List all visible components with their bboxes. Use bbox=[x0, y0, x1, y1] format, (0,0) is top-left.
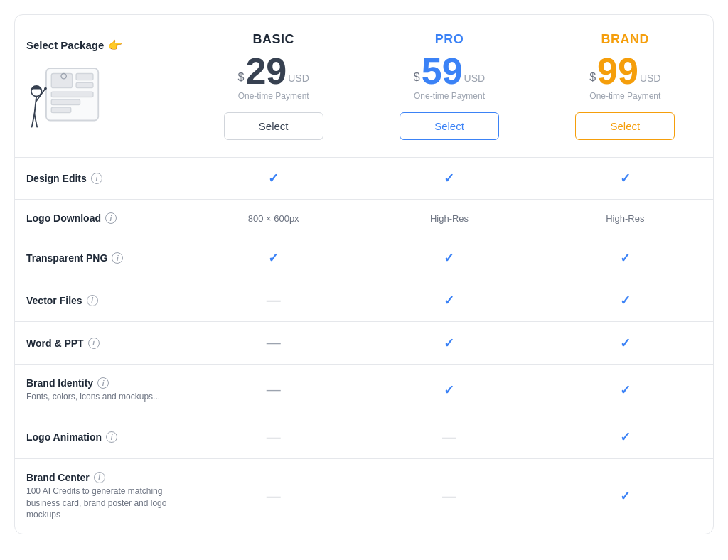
price-dollar-pro: $ bbox=[414, 71, 420, 84]
feature-basic-cell-4: — bbox=[186, 322, 361, 365]
dash-icon-pro-7: — bbox=[442, 488, 456, 505]
feature-pro-cell-4: ✓ bbox=[361, 322, 537, 365]
feature-label-7: Brand Center bbox=[26, 472, 90, 483]
feature-label-1: Logo Download bbox=[26, 212, 101, 224]
feature-brand-cell-6: ✓ bbox=[537, 416, 713, 459]
feature-cell-4: Word & PPTi bbox=[15, 322, 186, 365]
dash-icon-basic-4: — bbox=[267, 335, 281, 351]
feature-label-4: Word & PPT bbox=[26, 338, 84, 349]
feature-cell-7: Brand Centeri100 AI Credits to generate … bbox=[15, 459, 186, 534]
price-dollar-brand: $ bbox=[589, 71, 596, 84]
feature-brand-cell-0: ✓ bbox=[537, 158, 713, 200]
feature-cell-1: Logo Downloadi bbox=[15, 200, 186, 237]
feature-name-group-3: Vector Filesi bbox=[26, 295, 98, 306]
cell-text-pro-1: High-Res bbox=[430, 213, 469, 224]
feature-name-group-0: Design Editsi bbox=[26, 173, 102, 184]
select-button-basic[interactable]: Select bbox=[224, 112, 323, 140]
check-icon-basic-0: ✓ bbox=[268, 171, 279, 186]
info-icon-3[interactable]: i bbox=[87, 295, 98, 306]
package-label-text: Select Package bbox=[26, 39, 104, 51]
illustration bbox=[26, 62, 112, 140]
check-icon-brand-0: ✓ bbox=[620, 171, 631, 186]
feature-pro-cell-7: — bbox=[361, 459, 537, 534]
check-icon-pro-3: ✓ bbox=[444, 293, 454, 308]
feature-pro-cell-0: ✓ bbox=[361, 158, 537, 200]
info-icon-0[interactable]: i bbox=[91, 173, 102, 184]
check-icon-brand-3: ✓ bbox=[620, 293, 631, 308]
check-icon-brand-5: ✓ bbox=[620, 382, 631, 398]
check-icon-pro-2: ✓ bbox=[444, 250, 454, 266]
plan-name-brand: BRAND bbox=[601, 32, 650, 47]
package-label: Select Package 👉 bbox=[26, 38, 122, 52]
price-amount-pro: 59 bbox=[422, 53, 463, 90]
price-amount-brand: 99 bbox=[597, 53, 638, 90]
feature-pro-cell-3: ✓ bbox=[361, 279, 537, 322]
check-icon-pro-4: ✓ bbox=[444, 335, 454, 351]
feature-cell-6: Logo Animationi bbox=[15, 416, 186, 459]
feature-pro-cell-6: — bbox=[361, 416, 537, 459]
info-icon-4[interactable]: i bbox=[88, 338, 100, 349]
feature-basic-cell-2: ✓ bbox=[186, 237, 361, 279]
dash-icon-basic-5: — bbox=[267, 382, 281, 398]
price-note-basic: One-time Payment bbox=[238, 91, 309, 101]
feature-pro-cell-5: ✓ bbox=[361, 365, 537, 416]
feature-pro-cell-1: High-Res bbox=[361, 200, 537, 237]
feature-brand-cell-1: High-Res bbox=[537, 200, 713, 237]
price-usd-brand: USD bbox=[640, 72, 661, 84]
svg-rect-5 bbox=[51, 99, 80, 104]
cell-text-brand-1: High-Res bbox=[606, 213, 644, 224]
feature-cell-0: Design Editsi bbox=[15, 158, 186, 200]
check-icon-brand-6: ✓ bbox=[620, 429, 631, 445]
feature-cell-3: Vector Filesi bbox=[15, 279, 186, 322]
feature-brand-cell-5: ✓ bbox=[537, 365, 713, 416]
feature-basic-cell-0: ✓ bbox=[186, 158, 361, 200]
feature-basic-cell-7: — bbox=[186, 459, 361, 534]
feature-label-6: Logo Animation bbox=[26, 431, 102, 443]
feature-label-5: Brand Identity bbox=[26, 377, 93, 389]
price-usd-pro: USD bbox=[464, 72, 486, 84]
feature-name-group-6: Logo Animationi bbox=[26, 431, 117, 443]
feature-basic-cell-5: — bbox=[186, 365, 361, 416]
info-icon-2[interactable]: i bbox=[112, 252, 123, 264]
dash-icon-basic-6: — bbox=[267, 429, 281, 446]
price-row-pro: $ 59 USD bbox=[414, 53, 485, 90]
price-usd-basic: USD bbox=[288, 72, 309, 84]
feature-brand-cell-7: ✓ bbox=[537, 459, 713, 534]
info-icon-5[interactable]: i bbox=[97, 377, 109, 389]
price-note-pro: One-time Payment bbox=[414, 91, 485, 101]
info-icon-1[interactable]: i bbox=[105, 212, 117, 224]
check-icon-brand-4: ✓ bbox=[620, 335, 631, 351]
check-icon-pro-0: ✓ bbox=[444, 171, 454, 186]
feature-brand-cell-4: ✓ bbox=[537, 322, 713, 365]
plan-name-pro: PRO bbox=[435, 32, 464, 47]
check-icon-pro-5: ✓ bbox=[444, 382, 454, 398]
svg-rect-4 bbox=[51, 92, 93, 97]
header-basic: BASIC $ 29 USD One-time Payment Select bbox=[186, 15, 361, 158]
feature-label-3: Vector Files bbox=[26, 295, 82, 306]
table-grid: Select Package 👉 bbox=[15, 15, 713, 534]
feature-label-2: Transparent PNG bbox=[26, 252, 107, 264]
feature-basic-cell-6: — bbox=[186, 416, 361, 459]
feature-name-group-4: Word & PPTi bbox=[26, 338, 100, 349]
feature-basic-cell-1: 800 × 600px bbox=[186, 200, 361, 237]
select-button-pro[interactable]: Select bbox=[400, 112, 499, 140]
check-icon-brand-2: ✓ bbox=[620, 250, 631, 266]
check-icon-brand-7: ✓ bbox=[620, 488, 631, 504]
price-dollar-basic: $ bbox=[238, 71, 245, 84]
select-button-brand[interactable]: Select bbox=[575, 112, 675, 140]
feature-brand-cell-2: ✓ bbox=[537, 237, 713, 279]
feature-cell-2: Transparent PNGi bbox=[15, 237, 186, 279]
svg-rect-6 bbox=[51, 107, 71, 112]
price-row-brand: $ 99 USD bbox=[589, 53, 660, 90]
price-note-brand: One-time Payment bbox=[589, 91, 660, 101]
dash-icon-pro-6: — bbox=[442, 429, 456, 446]
info-icon-7[interactable]: i bbox=[94, 472, 105, 483]
svg-rect-2 bbox=[76, 74, 93, 80]
feature-pro-cell-2: ✓ bbox=[361, 237, 537, 279]
cell-text-basic-1: 800 × 600px bbox=[248, 213, 299, 224]
feature-name-group-1: Logo Downloadi bbox=[26, 212, 117, 224]
feature-label-0: Design Edits bbox=[26, 173, 87, 184]
info-icon-6[interactable]: i bbox=[106, 431, 117, 443]
dash-icon-basic-7: — bbox=[267, 488, 281, 505]
check-icon-basic-2: ✓ bbox=[268, 250, 279, 266]
